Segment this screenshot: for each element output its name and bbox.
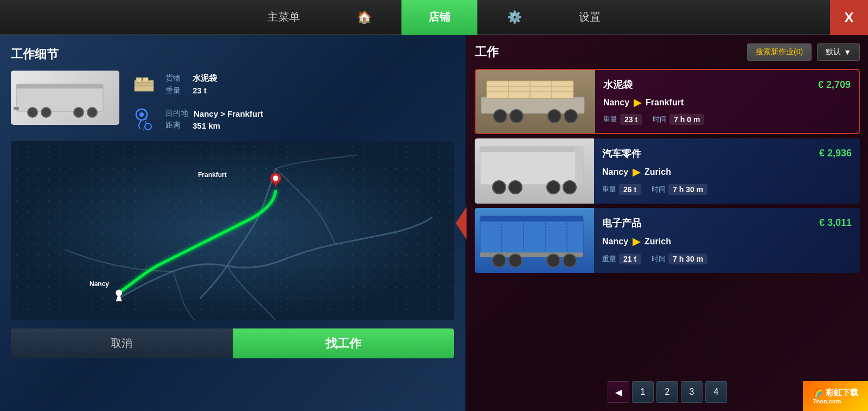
nav-main-menu-text: 主菜单: [267, 10, 300, 24]
svg-point-29: [548, 110, 561, 123]
job-card-1-time: 时间 7 h 0 m: [653, 114, 704, 125]
cargo-detail-row: 货物 水泥袋 重量 23 t: [130, 71, 454, 98]
nav-items: 工作细节 主菜单 🏠 店铺 ⚙️ 设置: [0, 0, 868, 35]
job-card-1-meta: 重量 23 t 时间 7 h 0 m: [603, 114, 851, 125]
cargo-label: 货物: [165, 73, 187, 83]
job-card-2-weight: 重量 26 t: [602, 184, 641, 195]
job-card-3-title-row: 电子产品 € 3,011: [602, 217, 852, 230]
cargo-icon: [130, 71, 157, 98]
job-card-3-weight: 重量 21 t: [602, 254, 641, 264]
job-card-2-meta: 重量 26 t 时间 7 h 30 m: [602, 184, 852, 195]
weight-value: 23 t: [193, 86, 207, 95]
job-card-2-time: 时间 7 h 30 m: [652, 184, 707, 195]
nav-main-menu[interactable]: 工作细节 主菜单: [240, 0, 327, 35]
destination-value: Nancy > Frankfurt: [194, 109, 263, 118]
svg-rect-38: [480, 216, 583, 254]
weight-meta-label-3: 重量: [602, 254, 616, 264]
job-card-1-from: Nancy: [603, 98, 629, 108]
sort-label: 默认: [826, 47, 841, 57]
watermark-line1: 🌈 彩虹下载: [813, 388, 858, 398]
job-card-1-price: € 2,709: [818, 79, 851, 91]
distance-field: 距离 351 km: [165, 121, 263, 130]
time-meta-value-2: 7 h 30 m: [668, 184, 707, 195]
distance-value: 351 km: [193, 121, 220, 130]
job-card-2-route: Nancy ▶ Zurich: [602, 166, 852, 178]
route-arrow-3-icon: ▶: [633, 236, 640, 248]
page-1-button[interactable]: 1: [632, 381, 654, 403]
job-card-1-weight: 重量 23 t: [603, 114, 642, 125]
svg-rect-6: [14, 107, 19, 110]
map-area: Nancy Frankfurt: [11, 141, 454, 320]
time-meta-label-2: 时间: [652, 185, 666, 194]
weight-meta-value-2: 26 t: [619, 184, 641, 195]
nav-home[interactable]: 🏠: [327, 0, 401, 35]
weight-meta-value-3: 21 t: [619, 254, 641, 264]
svg-point-19: [273, 175, 278, 181]
svg-rect-9: [143, 78, 148, 82]
search-new-jobs-button[interactable]: 搜索新作业(0): [747, 43, 812, 61]
job-card-3[interactable]: 电子产品 € 3,011 Nancy ▶ Zurich 重量 21 t: [475, 208, 860, 273]
svg-point-4: [74, 108, 84, 117]
time-meta-label: 时间: [653, 115, 667, 124]
cancel-button[interactable]: 取消: [11, 328, 233, 358]
job-card-3-meta: 重量 21 t 时间 7 h 30 m: [602, 254, 852, 264]
right-header: 工作 搜索新作业(0) 默认 ▼: [475, 43, 860, 61]
job-card-2-info: 汽车零件 € 2,936 Nancy ▶ Zurich 重量 26 t: [594, 138, 860, 204]
svg-rect-32: [480, 147, 583, 152]
time-meta-value: 7 h 0 m: [669, 114, 704, 125]
nav-shop[interactable]: 店铺: [401, 0, 477, 35]
page-4-button[interactable]: 4: [705, 381, 727, 403]
job-card-2[interactable]: 汽车零件 € 2,936 Nancy ▶ Zurich 重量 26 t: [475, 138, 860, 204]
svg-point-45: [493, 254, 506, 267]
job-card-3-to: Zurich: [644, 237, 671, 246]
weight-meta-value: 23 t: [620, 114, 642, 125]
svg-point-3: [41, 108, 51, 117]
job-card-3-time: 时间 7 h 30 m: [652, 254, 707, 264]
svg-point-14: [145, 123, 151, 130]
nav-settings-label: 设置: [579, 10, 601, 24]
page-prev-button[interactable]: ◀: [608, 381, 629, 403]
job-card-3-info: 电子产品 € 3,011 Nancy ▶ Zurich 重量 21 t: [594, 208, 860, 273]
job-card-1-to: Frankfurt: [646, 98, 684, 108]
pagination: ◀ 1 2 3 4: [475, 381, 860, 403]
weight-meta-label: 重量: [603, 115, 617, 124]
job-card-3-name: 电子产品: [602, 217, 641, 230]
svg-rect-8: [136, 78, 142, 82]
page-3-button[interactable]: 3: [681, 381, 703, 403]
svg-point-37: [563, 181, 576, 194]
job-card-1-info: 水泥袋 € 2,709 Nancy ▶ Frankfurt 重量 23 t: [595, 70, 859, 133]
page-2-button[interactable]: 2: [656, 381, 678, 403]
right-panel: 工作 搜索新作业(0) 默认 ▼: [467, 35, 868, 411]
job-card-3-price: € 3,011: [819, 217, 852, 229]
svg-point-35: [509, 181, 522, 194]
nav-settings[interactable]: 设置: [552, 0, 628, 35]
svg-point-34: [493, 181, 506, 194]
destination-fields: 目的地 Nancy > Frankfurt 距离 351 km: [165, 109, 263, 130]
route-arrow-icon: ▶: [634, 97, 641, 109]
nav-settings-icon[interactable]: ⚙️: [477, 0, 552, 35]
find-job-button[interactable]: 找工作: [233, 328, 455, 358]
job-card-3-from: Nancy: [602, 237, 628, 246]
svg-point-5: [87, 108, 97, 117]
svg-point-28: [510, 110, 523, 123]
nancy-map-label: Nancy: [90, 280, 109, 288]
bottom-buttons: 取消 找工作: [11, 328, 454, 358]
svg-point-2: [28, 108, 37, 117]
job-card-2-title-row: 汽车零件 € 2,936: [602, 147, 852, 160]
job-card-1[interactable]: 水泥袋 € 2,709 Nancy ▶ Frankfurt 重量 23 t: [475, 69, 860, 134]
cargo-fields: 货物 水泥袋 重量 23 t: [165, 73, 217, 96]
watermark: 🌈 彩虹下载 7hon.com: [803, 381, 868, 411]
destination-label: 目的地: [165, 109, 188, 118]
gear-icon: ⚙️: [507, 10, 522, 24]
sort-chevron-icon: ▼: [844, 48, 851, 56]
frankfurt-map-label: Frankfurt: [198, 171, 227, 179]
weight-meta-label-2: 重量: [602, 185, 616, 194]
close-label: X: [844, 9, 853, 26]
close-button[interactable]: X: [830, 0, 868, 35]
svg-point-36: [547, 181, 560, 194]
svg-rect-1: [16, 84, 103, 88]
job-card-1-image: [476, 70, 595, 134]
route-arrow-2-icon: ▶: [633, 166, 640, 178]
sort-button[interactable]: 默认 ▼: [817, 43, 860, 61]
panel-arrow: [456, 207, 467, 239]
